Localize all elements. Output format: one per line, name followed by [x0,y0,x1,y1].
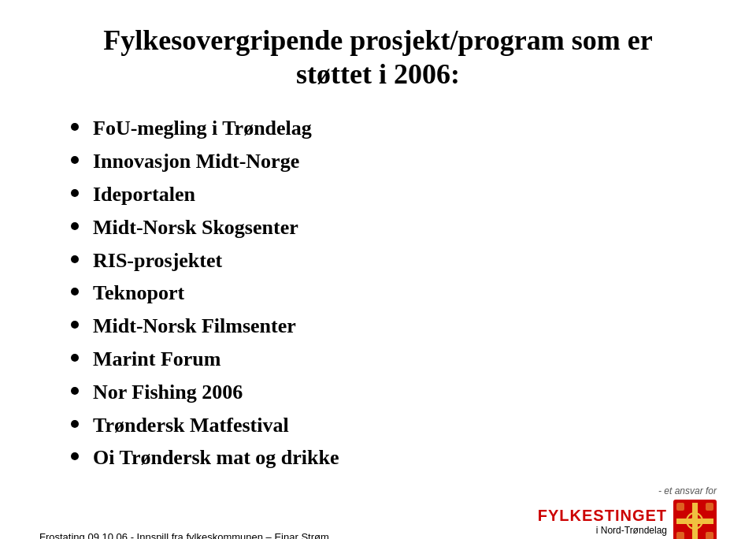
bullet-dot-icon [71,452,79,460]
logo-emblem-icon [673,500,717,539]
list-item-text: Ideportalen [93,181,195,208]
bullet-list: FoU-megling i TrøndelagInnovasjon Midt-N… [71,115,717,478]
bullet-dot-icon [71,189,79,197]
svg-point-4 [691,517,699,525]
list-item-text: Midt-Norsk Filmsenter [93,313,296,340]
bullet-dot-icon [71,387,79,395]
logo-tagline: - et ansvar for [658,485,717,496]
bullet-dot-icon [71,156,79,164]
svg-rect-7 [676,532,684,539]
logo-subtitle: i Nord-Trøndelag [538,525,667,536]
list-item-text: Midt-Norsk Skogsenter [93,214,298,241]
bullet-dot-icon [71,222,79,230]
list-item: FoU-megling i Trøndelag [71,115,717,142]
svg-rect-8 [706,532,713,539]
list-item: Trøndersk Matfestival [71,412,717,439]
logo-text-block: FYLKESTINGET i Nord-Trøndelag [538,507,667,536]
list-item: RIS-prosjektet [71,247,717,274]
list-item: Marint Forum [71,346,717,373]
list-item-text: Oi Trøndersk mat og drikke [93,444,339,471]
list-item-text: RIS-prosjektet [93,247,222,274]
bullet-dot-icon [71,123,79,131]
list-item: Ideportalen [71,181,717,208]
svg-rect-5 [676,503,684,511]
footer-text: Frostating 09.10.06 - Innspill fra fylke… [39,531,329,539]
list-item: Midt-Norsk Skogsenter [71,214,717,241]
list-item: Innovasjon Midt-Norge [71,148,717,175]
bullet-dot-icon [71,321,79,329]
logo-main: FYLKESTINGET i Nord-Trøndelag [538,500,717,539]
logo-title: FYLKESTINGET [538,507,667,525]
list-item-text: Trøndersk Matfestival [93,412,289,439]
list-item: Nor Fishing 2006 [71,379,717,406]
logo-section: - et ansvar for FYLKESTINGET i Nord-Trøn… [538,485,717,539]
list-item-text: FoU-megling i Trøndelag [93,115,312,142]
list-item: Teknoport [71,280,717,307]
list-item-text: Nor Fishing 2006 [93,379,243,406]
bullet-dot-icon [71,255,79,263]
list-item-text: Marint Forum [93,346,220,373]
list-item: Oi Trøndersk mat og drikke [71,444,717,471]
page-title: Fylkesovergripende prosjekt/program som … [39,24,717,91]
page-container: Fylkesovergripende prosjekt/program som … [0,0,756,539]
bullet-dot-icon [71,354,79,362]
list-item: Midt-Norsk Filmsenter [71,313,717,340]
footer-section: Frostating 09.10.06 - Innspill fra fylke… [39,478,717,539]
bullet-dot-icon [71,288,79,296]
bullet-dot-icon [71,420,79,428]
list-item-text: Teknoport [93,280,184,307]
svg-rect-6 [706,503,713,511]
list-item-text: Innovasjon Midt-Norge [93,148,299,175]
